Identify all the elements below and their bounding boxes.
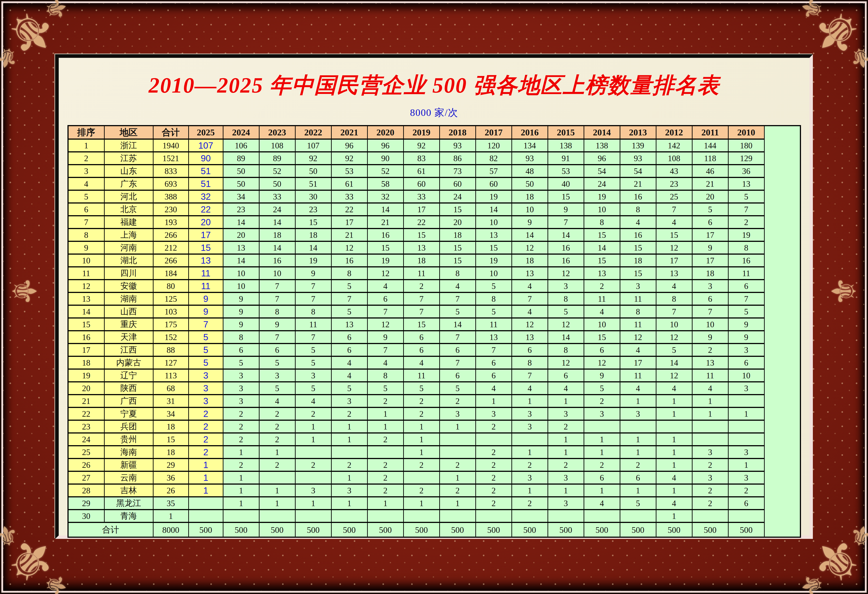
- footer-row: 合计 8000 50050050050050050050050050050050…: [68, 523, 800, 537]
- value-cell: 5: [259, 356, 295, 369]
- value-cell: 16: [548, 254, 584, 267]
- value-cell: 3: [259, 369, 295, 382]
- value-cell: 18: [620, 254, 656, 267]
- value-cell: 10: [656, 318, 692, 331]
- value-cell: 6: [728, 356, 764, 369]
- value-cell: 14: [259, 216, 295, 229]
- value-cell: 7: [692, 305, 728, 318]
- rank-cell: 13: [68, 293, 104, 305]
- region-cell: 黑龙江: [104, 497, 153, 510]
- value-2025-cell: 5: [189, 356, 223, 369]
- total-cell: 266: [153, 229, 189, 241]
- value-cell: 33: [331, 190, 367, 203]
- footer-year-total: 500: [403, 523, 440, 537]
- value-cell: 5: [331, 382, 367, 395]
- footer-year-total: 500: [656, 523, 692, 537]
- value-cell: [403, 510, 440, 523]
- value-cell: 14: [440, 318, 475, 331]
- value-cell: 1: [728, 459, 764, 471]
- region-cell: 辽宁: [104, 369, 153, 382]
- value-cell: 13: [512, 267, 548, 280]
- value-cell: 19: [475, 254, 512, 267]
- value-2025-cell: 20: [189, 216, 223, 229]
- value-cell: [584, 510, 620, 523]
- region-cell: 浙江: [104, 139, 153, 152]
- value-cell: 9: [295, 267, 331, 280]
- value-cell: 2: [620, 459, 656, 471]
- value-cell: 13: [475, 331, 512, 344]
- region-cell: 兵团: [104, 420, 153, 433]
- value-cell: 1: [295, 433, 331, 446]
- value-cell: 1: [223, 446, 259, 459]
- value-cell: 1: [440, 497, 475, 510]
- value-cell: 1: [403, 433, 440, 446]
- value-cell: 15: [475, 241, 512, 254]
- value-cell: 2: [584, 280, 620, 293]
- value-cell: 1: [656, 433, 692, 446]
- value-cell: 23: [656, 177, 692, 190]
- value-cell: [440, 510, 475, 523]
- total-cell: 26: [153, 484, 189, 497]
- value-cell: 22: [331, 203, 367, 216]
- value-cell: 1: [259, 446, 295, 459]
- total-cell: 127: [153, 356, 189, 369]
- value-cell: 4: [331, 369, 367, 382]
- value-cell: 5: [295, 356, 331, 369]
- rank-cell: 7: [68, 216, 104, 229]
- header-year: 2023: [259, 126, 295, 139]
- value-cell: 106: [223, 139, 259, 152]
- value-cell: 108: [656, 152, 692, 165]
- value-cell: 5: [548, 305, 584, 318]
- rank-cell: 11: [68, 267, 104, 280]
- value-cell: 11: [620, 369, 656, 382]
- value-cell: 5: [331, 280, 367, 293]
- table-row: 16天津1525877696713131415121299: [68, 331, 800, 344]
- value-cell: 3: [728, 382, 764, 395]
- value-cell: 180: [728, 139, 764, 152]
- header-year: 2011: [692, 126, 728, 139]
- region-cell: 北京: [104, 203, 153, 216]
- value-cell: 1: [656, 459, 692, 471]
- value-cell: 1: [331, 497, 367, 510]
- value-cell: 57: [475, 165, 512, 177]
- value-cell: 7: [403, 305, 440, 318]
- value-cell: [475, 510, 512, 523]
- value-cell: 12: [584, 356, 620, 369]
- value-cell: 2: [367, 484, 403, 497]
- value-cell: 6: [475, 369, 512, 382]
- value-cell: 9: [728, 331, 764, 344]
- value-cell: 4: [692, 382, 728, 395]
- value-cell: 1: [620, 484, 656, 497]
- value-cell: 6: [692, 216, 728, 229]
- total-cell: 693: [153, 177, 189, 190]
- header-year: 2012: [656, 126, 692, 139]
- value-cell: 1: [584, 433, 620, 446]
- value-cell: 93: [440, 139, 475, 152]
- header-year: 2024: [223, 126, 259, 139]
- value-cell: 7: [512, 293, 548, 305]
- table-row: 11四川18411101098121181013121315131811: [68, 267, 800, 280]
- region-cell: 山西: [104, 305, 153, 318]
- header-year: 2010: [728, 126, 764, 139]
- total-cell: 36: [153, 471, 189, 484]
- value-cell: 4: [656, 382, 692, 395]
- value-2025-cell: 2: [189, 408, 223, 420]
- value-cell: 2: [692, 459, 728, 471]
- table-row: 7福建1932014141517212220109784462: [68, 216, 800, 229]
- value-cell: 3: [512, 420, 548, 433]
- value-cell: 2: [475, 471, 512, 484]
- value-cell: 14: [223, 254, 259, 267]
- value-cell: 13: [584, 267, 620, 280]
- value-cell: [692, 510, 728, 523]
- table-row: 22宁夏342222212333333111: [68, 408, 800, 420]
- value-cell: 53: [331, 165, 367, 177]
- value-cell: 3: [223, 369, 259, 382]
- region-cell: 云南: [104, 471, 153, 484]
- value-cell: 11: [295, 318, 331, 331]
- value-cell: 21: [367, 216, 403, 229]
- value-cell: 19: [295, 254, 331, 267]
- edge-ornament-icon: ⚜: [827, 276, 861, 306]
- rank-cell: 8: [68, 229, 104, 241]
- value-cell: 1: [259, 497, 295, 510]
- value-cell: 1: [403, 497, 440, 510]
